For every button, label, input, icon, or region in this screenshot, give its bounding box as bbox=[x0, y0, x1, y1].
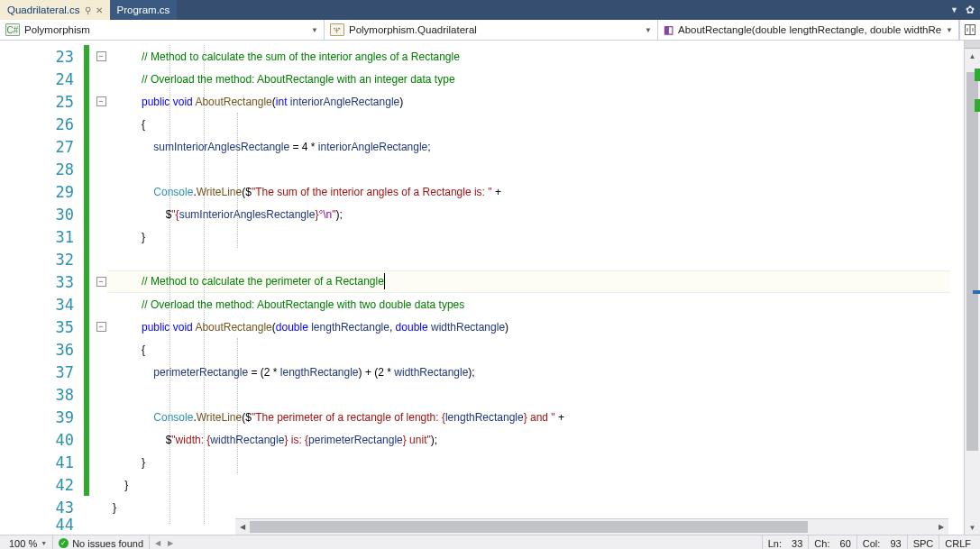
comment: // Method to calculate the perimeter of … bbox=[142, 275, 384, 288]
line-number: 25 bbox=[0, 93, 79, 111]
line-number: 44 bbox=[0, 518, 79, 531]
nav-project-label: Polymorphism bbox=[24, 24, 90, 35]
nav-project-dropdown[interactable]: C# Polymorphism ▼ bbox=[0, 20, 325, 40]
nav-class-label: Polymorphism.Quadrilateral bbox=[349, 24, 477, 35]
document-tab-bar: Quadrilateral.cs ⚲ ✕ Program.cs ▼ ✿ bbox=[0, 0, 980, 20]
vertical-scroll-thumb[interactable] bbox=[966, 72, 978, 451]
pin-icon[interactable]: ⚲ bbox=[85, 5, 91, 15]
tab-label: Program.cs bbox=[117, 5, 170, 15]
horizontal-scroll-thumb[interactable] bbox=[250, 521, 808, 533]
line-number: 31 bbox=[0, 228, 79, 246]
line-number: 27 bbox=[0, 138, 79, 156]
line-number: 39 bbox=[0, 408, 79, 426]
tab-quadrilateral[interactable]: Quadrilateral.cs ⚲ ✕ bbox=[0, 0, 110, 20]
code-editor[interactable]: 23 − // Method to calculate the sum of t… bbox=[0, 41, 980, 535]
line-number: 41 bbox=[0, 453, 79, 471]
char-indicator[interactable]: Ch: 60 bbox=[808, 535, 856, 549]
class-icon: 🝤 bbox=[330, 23, 344, 36]
horizontal-scrollbar[interactable]: ◀ ▶ bbox=[235, 518, 948, 535]
error-nav[interactable]: ◀ ▶ bbox=[149, 535, 179, 549]
code-lines: 23 − // Method to calculate the sum of t… bbox=[0, 45, 964, 531]
caret-marker bbox=[973, 290, 980, 294]
scroll-right-arrow[interactable]: ▶ bbox=[934, 519, 948, 535]
scroll-down-arrow[interactable]: ▼ bbox=[965, 520, 980, 535]
line-number: 29 bbox=[0, 183, 79, 201]
chevron-down-icon: ▼ bbox=[946, 26, 953, 34]
nav-method-label: AboutRectangle(double lengthRectangle, d… bbox=[678, 24, 941, 35]
window-options-icon[interactable]: ✿ bbox=[966, 4, 975, 16]
status-bar: 100 % ▼ ✓ No issues found ◀ ▶ Ln: 33 Ch:… bbox=[0, 535, 980, 549]
close-icon[interactable]: ✕ bbox=[96, 5, 103, 15]
chevron-down-icon: ▼ bbox=[41, 540, 47, 546]
scroll-left-arrow[interactable]: ◀ bbox=[235, 519, 250, 535]
issues-text: No issues found bbox=[72, 538, 143, 549]
line-number: 28 bbox=[0, 160, 79, 178]
navigation-bar: C# Polymorphism ▼ 🝤 Polymorphism.Quadril… bbox=[0, 20, 980, 41]
comment: // Method to calculate the sum of the in… bbox=[142, 50, 460, 63]
csharp-project-icon: C# bbox=[5, 23, 20, 36]
line-number: 36 bbox=[0, 341, 79, 359]
line-number: 35 bbox=[0, 318, 79, 336]
comment: // Overload the method: AboutRectangle w… bbox=[142, 73, 455, 86]
line-number: 40 bbox=[0, 431, 79, 449]
col-indicator[interactable]: Col: 93 bbox=[856, 535, 907, 549]
zoom-level[interactable]: 100 % ▼ bbox=[4, 535, 52, 549]
window-dropdown-icon[interactable]: ▼ bbox=[950, 5, 958, 14]
line-number: 38 bbox=[0, 386, 79, 404]
line-indicator[interactable]: Ln: 33 bbox=[762, 535, 809, 549]
line-number: 30 bbox=[0, 206, 79, 224]
change-marker bbox=[975, 69, 980, 81]
chevron-down-icon: ▼ bbox=[311, 26, 318, 34]
scroll-up-arrow[interactable]: ▲ bbox=[965, 49, 980, 63]
line-number: 42 bbox=[0, 476, 79, 494]
tab-label: Quadrilateral.cs bbox=[7, 5, 80, 15]
line-number: 34 bbox=[0, 296, 79, 314]
line-number: 24 bbox=[0, 70, 79, 88]
vertical-scrollbar[interactable]: ▲ ▼ bbox=[964, 41, 980, 535]
comment: // Overload the method: AboutRectangle w… bbox=[142, 298, 464, 311]
tab-program[interactable]: Program.cs bbox=[110, 0, 178, 20]
line-number: 33 bbox=[0, 273, 79, 291]
indent-mode[interactable]: SPC bbox=[907, 535, 939, 549]
fold-toggle[interactable]: − bbox=[96, 96, 106, 106]
line-number: 23 bbox=[0, 48, 79, 66]
nav-method-dropdown[interactable]: ◧ AboutRectangle(double lengthRectangle,… bbox=[658, 20, 959, 40]
line-number: 26 bbox=[0, 115, 79, 133]
chevron-down-icon: ▼ bbox=[645, 26, 652, 34]
nav-class-dropdown[interactable]: 🝤 Polymorphism.Quadrilateral ▼ bbox=[325, 20, 658, 40]
line-ending-mode[interactable]: CRLF bbox=[939, 535, 976, 549]
line-number: 37 bbox=[0, 363, 79, 381]
text-caret bbox=[384, 273, 385, 289]
fold-toggle[interactable]: − bbox=[96, 322, 106, 332]
split-icon bbox=[965, 24, 975, 35]
issues-status[interactable]: ✓ No issues found bbox=[52, 535, 149, 549]
ok-icon: ✓ bbox=[59, 538, 69, 548]
split-editor-button[interactable] bbox=[959, 20, 980, 40]
line-number: 32 bbox=[0, 251, 79, 269]
change-marker bbox=[975, 99, 980, 112]
line-number: 43 bbox=[0, 499, 79, 517]
fold-toggle[interactable]: − bbox=[96, 51, 106, 61]
split-handle[interactable] bbox=[965, 41, 980, 49]
fold-toggle[interactable]: − bbox=[96, 277, 106, 287]
zoom-value: 100 % bbox=[9, 538, 37, 549]
method-icon: ◧ bbox=[664, 23, 673, 36]
